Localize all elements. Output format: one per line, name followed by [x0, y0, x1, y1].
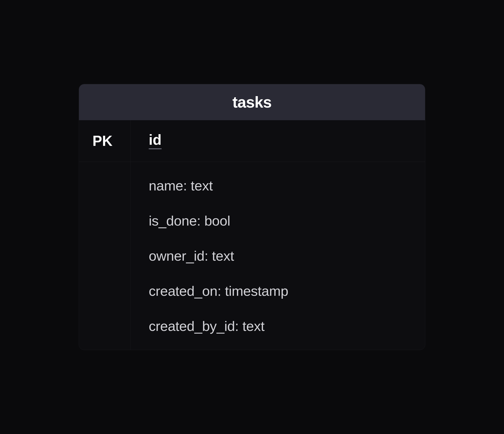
database-table-card: tasks PK id name: text is_done: bool own…: [79, 84, 425, 350]
field-item: owner_id: text: [149, 248, 425, 264]
pk-column-cell: id: [131, 120, 425, 162]
field-item: created_on: timestamp: [149, 283, 425, 299]
field-item: name: text: [149, 178, 425, 194]
pk-column-name: id: [149, 133, 162, 149]
field-item: is_done: bool: [149, 213, 425, 229]
table-body: PK id name: text is_done: bool owner_id:…: [79, 120, 425, 350]
pk-indicator-cell: PK: [79, 120, 131, 162]
table-header: tasks: [79, 84, 425, 120]
fields-left-spacer: [79, 162, 131, 350]
primary-key-row: PK id: [79, 120, 425, 162]
table-name: tasks: [79, 93, 425, 111]
fields-list: name: text is_done: bool owner_id: text …: [131, 162, 425, 350]
fields-row: name: text is_done: bool owner_id: text …: [79, 162, 425, 350]
field-item: created_by_id: text: [149, 318, 425, 334]
pk-label: PK: [92, 133, 112, 149]
